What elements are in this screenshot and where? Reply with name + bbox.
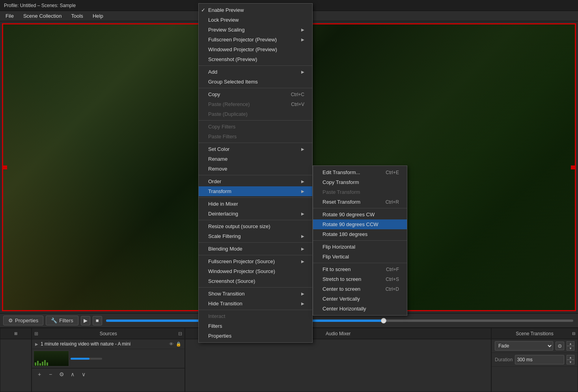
ctx-windowed-projector-preview[interactable]: Windowed Projector (Preview) bbox=[199, 45, 312, 54]
ctx-copy[interactable]: Copy Ctrl+C bbox=[199, 89, 312, 99]
add-source-button[interactable]: + bbox=[35, 370, 44, 379]
show-transition-arrow: ▶ bbox=[301, 292, 304, 296]
waveform-bar bbox=[44, 360, 46, 366]
title-text: Profile: Untitled – Scenes: Sample bbox=[4, 3, 76, 8]
ctx-reset-transform[interactable]: Reset Transform Ctrl+R bbox=[313, 197, 407, 207]
ctx-properties[interactable]: Properties bbox=[199, 331, 312, 341]
ctx-fullscreen-projector-source[interactable]: Fullscreen Projector (Source) ▶ bbox=[199, 256, 312, 266]
ctx-hide-transition[interactable]: Hide Transition ▶ bbox=[199, 299, 312, 308]
scenes-panel-header: ⊞ bbox=[0, 328, 31, 339]
windowed-projector-source-label: Windowed Projector (Source) bbox=[208, 268, 275, 274]
move-up-button[interactable]: ∧ bbox=[68, 370, 77, 379]
ctx-fit-to-screen[interactable]: Fit to screen Ctrl+F bbox=[313, 264, 407, 274]
menu-help[interactable]: Help bbox=[89, 12, 107, 20]
preview-scaling-arrow: ▶ bbox=[301, 28, 304, 32]
ctx-enable-preview[interactable]: Enable Preview bbox=[199, 5, 312, 15]
menu-tools[interactable]: Tools bbox=[67, 12, 87, 20]
ctx-rename[interactable]: Rename bbox=[199, 154, 312, 164]
transform-sep3 bbox=[313, 263, 407, 263]
ctx-edit-transform[interactable]: Edit Transform... Ctrl+E bbox=[313, 167, 407, 177]
ctx-set-color[interactable]: Set Color ▶ bbox=[199, 144, 312, 154]
ctx-fullscreen-projector-preview[interactable]: Fullscreen Projector (Preview) ▶ bbox=[199, 35, 312, 45]
ctx-rotate-ccw[interactable]: Rotate 90 degrees CCW bbox=[313, 219, 407, 229]
interact-label: Interact bbox=[208, 313, 225, 319]
spinner-up[interactable]: ▲ bbox=[567, 341, 574, 346]
ctx-group-selected[interactable]: Group Selected Items bbox=[199, 77, 312, 87]
source-item[interactable]: ▶ 1 minute relaxing video with nature - … bbox=[32, 339, 185, 349]
ctx-stretch-to-screen[interactable]: Stretch to screen Ctrl+S bbox=[313, 274, 407, 284]
duration-input[interactable] bbox=[515, 355, 564, 364]
volume-bar[interactable] bbox=[71, 358, 102, 360]
ctx-deinterlacing[interactable]: Deinterlacing ▶ bbox=[199, 209, 312, 219]
menu-scene-collection[interactable]: Scene Collection bbox=[19, 12, 66, 20]
copy-transform-label: Copy Transform bbox=[323, 179, 359, 185]
ctx-hide-in-mixer[interactable]: Hide in Mixer bbox=[199, 199, 312, 209]
play-icon: ▶ bbox=[35, 342, 38, 346]
scale-filtering-label: Scale Filtering bbox=[208, 233, 241, 239]
rotate-cw-label: Rotate 90 degrees CW bbox=[323, 212, 375, 217]
ctx-preview-scaling[interactable]: Preview Scaling ▶ bbox=[199, 25, 312, 35]
menu-file[interactable]: File bbox=[2, 12, 18, 20]
ctx-center-to-screen[interactable]: Center to screen Ctrl+D bbox=[313, 284, 407, 294]
ctx-center-vertically[interactable]: Center Vertically bbox=[313, 294, 407, 304]
sources-panel: ⊞ Sources ⊟ ▶ 1 minute relaxing video wi… bbox=[32, 328, 185, 392]
scene-transitions-dock-icon[interactable]: ⊟ bbox=[572, 331, 575, 336]
duration-spinner-up[interactable]: ▲ bbox=[567, 355, 574, 360]
ctx-blending-mode[interactable]: Blending Mode ▶ bbox=[199, 244, 312, 254]
sep7 bbox=[199, 220, 312, 220]
audio-mixer-title: Audio Mixer bbox=[326, 331, 351, 336]
ctx-copy-transform[interactable]: Copy Transform bbox=[313, 177, 407, 187]
screenshot-preview-label: Screenshot (Preview) bbox=[208, 56, 257, 62]
sources-settings-icon[interactable]: ⊟ bbox=[178, 331, 182, 336]
ctx-transform[interactable]: Transform ▶ bbox=[199, 186, 312, 196]
play-button[interactable]: ▶ bbox=[81, 316, 90, 325]
ctx-remove[interactable]: Remove bbox=[199, 164, 312, 174]
lock-icon[interactable]: 🔒 bbox=[176, 342, 181, 347]
remove-source-button[interactable]: − bbox=[46, 370, 55, 379]
sources-dock-icon[interactable]: ⊞ bbox=[34, 331, 38, 336]
filters-tab[interactable]: 🔧 Filters bbox=[46, 316, 78, 325]
ctx-screenshot-preview[interactable]: Screenshot (Preview) bbox=[199, 54, 312, 64]
progress-bar[interactable] bbox=[106, 320, 573, 322]
sep5 bbox=[199, 175, 312, 175]
ctx-order[interactable]: Order ▶ bbox=[199, 176, 312, 186]
transition-type-select[interactable]: Fade Cut Swipe Slide bbox=[495, 341, 553, 351]
ctx-lock-preview[interactable]: Lock Preview bbox=[199, 15, 312, 25]
move-down-button[interactable]: ∨ bbox=[79, 370, 88, 379]
ctx-paste-reference: Paste (Reference) Ctrl+V bbox=[199, 99, 312, 109]
scene-transitions-header: ⊟ Scene Transitions bbox=[492, 328, 578, 339]
eye-icon[interactable]: 👁 bbox=[169, 342, 173, 346]
ctx-rotate-180[interactable]: Rotate 180 degrees bbox=[313, 229, 407, 239]
ctx-filters[interactable]: Filters bbox=[199, 321, 312, 331]
ctx-rotate-cw[interactable]: Rotate 90 degrees CW bbox=[313, 210, 407, 219]
enable-preview-label: Enable Preview bbox=[208, 7, 244, 13]
transition-spinner: ▲ ▼ bbox=[567, 341, 574, 351]
paste-reference-label: Paste (Reference) bbox=[208, 101, 250, 107]
ctx-scale-filtering[interactable]: Scale Filtering ▶ bbox=[199, 231, 312, 241]
sep10 bbox=[199, 287, 312, 288]
set-color-arrow: ▶ bbox=[301, 147, 304, 151]
spinner-down[interactable]: ▼ bbox=[567, 346, 574, 351]
transform-arrow: ▶ bbox=[301, 189, 304, 193]
transition-settings-button[interactable]: ⚙ bbox=[556, 342, 564, 350]
filters-label: Filters bbox=[208, 323, 222, 329]
ctx-flip-horizontal[interactable]: Flip Horizontal bbox=[313, 242, 407, 252]
stop-button[interactable]: ■ bbox=[93, 316, 102, 325]
sep1 bbox=[199, 65, 312, 66]
ctx-screenshot-source[interactable]: Screenshot (Source) bbox=[199, 276, 312, 286]
set-color-label: Set Color bbox=[208, 146, 229, 152]
progress-thumb[interactable] bbox=[381, 318, 386, 323]
ctx-copy-filters: Copy Filters bbox=[199, 122, 312, 132]
waveform-container bbox=[34, 360, 69, 366]
ctx-show-transition[interactable]: Show Transition ▶ bbox=[199, 289, 312, 299]
ctx-resize-output[interactable]: Resize output (source size) bbox=[199, 221, 312, 231]
ctx-windowed-projector-source[interactable]: Windowed Projector (Source) bbox=[199, 266, 312, 276]
source-settings-button[interactable]: ⚙ bbox=[57, 370, 66, 379]
properties-tab[interactable]: ⚙ Properties bbox=[3, 316, 43, 325]
ctx-center-horizontally[interactable]: Center Horizontally bbox=[313, 304, 407, 314]
duration-spinner-down[interactable]: ▼ bbox=[567, 360, 574, 364]
ctx-paste-filters: Paste Filters bbox=[199, 132, 312, 141]
resize-output-label: Resize output (source size) bbox=[208, 223, 270, 229]
ctx-flip-vertical[interactable]: Flip Vertical bbox=[313, 252, 407, 262]
ctx-add[interactable]: Add ▶ bbox=[199, 67, 312, 77]
